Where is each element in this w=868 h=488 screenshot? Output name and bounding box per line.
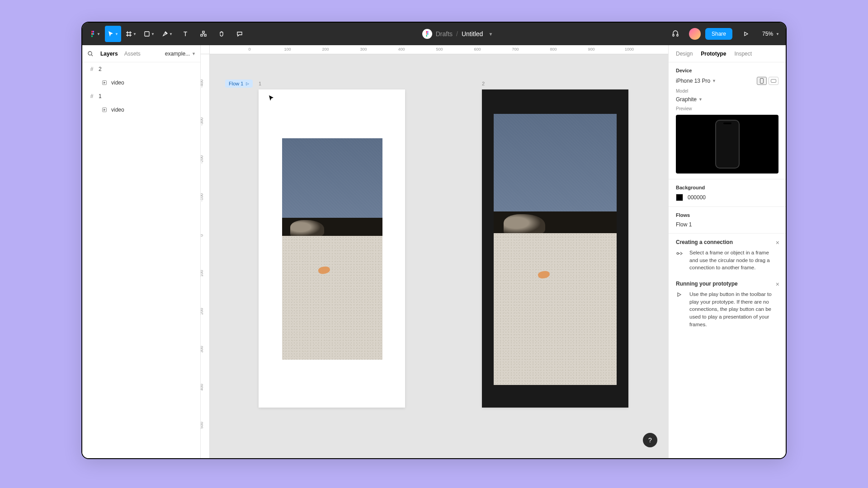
video-thumbnail[interactable] — [282, 138, 382, 360]
move-tool[interactable]: ▼ — [105, 26, 121, 42]
svg-rect-21 — [673, 34, 674, 36]
search-icon[interactable] — [87, 51, 94, 56]
close-icon[interactable]: × — [776, 239, 779, 246]
chevron-down-icon: ▼ — [151, 32, 155, 36]
canvas-area[interactable]: 0 100 200 300 400 500 600 700 800 900 10… — [201, 45, 668, 458]
svg-rect-12 — [201, 34, 203, 36]
flow-start-badge[interactable]: Flow 1 ▷ — [225, 80, 253, 88]
connection-icon — [676, 249, 684, 272]
play-icon: ▷ — [246, 81, 249, 86]
page-selector[interactable]: example... ▼ — [165, 51, 196, 57]
app-window: ▼ ▼ ▼ ▼ ▼ T — [81, 22, 787, 459]
play-icon — [676, 291, 684, 328]
pen-tool[interactable]: ▼ — [159, 26, 175, 42]
svg-rect-0 — [91, 31, 93, 33]
frame-label: 2 — [482, 81, 485, 86]
svg-rect-2 — [91, 33, 93, 35]
tip-title: Running your prototype — [676, 281, 778, 287]
layer-video[interactable]: video — [82, 103, 200, 117]
model-selector[interactable]: Graphite ▼ — [676, 96, 778, 103]
toolbar: ▼ ▼ ▼ ▼ ▼ T — [82, 23, 786, 45]
frame-label: 1 — [259, 81, 261, 86]
present-button[interactable] — [738, 26, 754, 42]
svg-rect-14 — [203, 31, 204, 33]
text-tool[interactable]: T — [177, 26, 193, 42]
frame-2[interactable]: 2 — [482, 89, 628, 408]
svg-rect-18 — [426, 33, 427, 34]
chevron-down-icon: ▼ — [776, 32, 779, 36]
layer-frame[interactable]: # 2 — [82, 62, 200, 76]
user-avatar[interactable] — [689, 28, 701, 40]
resources-tool[interactable] — [195, 26, 212, 42]
comment-tool[interactable] — [231, 26, 248, 42]
chevron-down-icon: ▼ — [712, 79, 716, 83]
right-panel: Design Prototype Inspect Device iPhone 1… — [668, 45, 786, 458]
layer-video[interactable]: video — [82, 76, 200, 89]
figma-logo-icon — [422, 29, 432, 39]
svg-line-24 — [91, 55, 93, 56]
video-icon — [101, 108, 108, 112]
zoom-value: 75% — [762, 31, 773, 37]
preview-label: Preview — [676, 106, 778, 111]
orientation-portrait[interactable] — [757, 77, 767, 85]
device-section-label: Device — [676, 68, 778, 73]
frame-tool[interactable]: ▼ — [123, 26, 139, 42]
zoom-control[interactable]: 75% ▼ — [760, 31, 782, 37]
svg-rect-4 — [91, 35, 93, 37]
ruler-corner — [201, 45, 210, 54]
share-button[interactable]: Share — [705, 28, 732, 40]
flow-item[interactable]: Flow 1 — [676, 221, 778, 228]
chevron-down-icon: ▼ — [97, 32, 100, 36]
tip-title: Creating a connection — [676, 239, 778, 245]
background-hex[interactable]: 000000 — [688, 194, 706, 201]
tip-connection: Creating a connection × Select a frame o… — [669, 234, 786, 275]
assets-tab[interactable]: Assets — [124, 51, 141, 57]
svg-point-27 — [677, 253, 679, 254]
frame-icon: # — [89, 93, 95, 99]
device-selector[interactable]: iPhone 13 Pro ▼ — [676, 78, 716, 84]
tip-body: Select a frame or object in a frame and … — [689, 249, 778, 272]
svg-text:T: T — [184, 31, 188, 37]
layer-frame[interactable]: # 1 — [82, 89, 200, 103]
orientation-landscape[interactable] — [769, 77, 778, 85]
svg-rect-9 — [145, 32, 149, 36]
layers-tab[interactable]: Layers — [100, 51, 118, 57]
svg-rect-1 — [93, 31, 94, 33]
left-panel: Layers Assets example... ▼ # 2 v — [82, 45, 201, 458]
main-menu-button[interactable]: ▼ — [87, 26, 103, 42]
shape-tool[interactable]: ▼ — [141, 26, 157, 42]
svg-rect-13 — [204, 34, 206, 36]
device-preview — [676, 115, 778, 174]
tip-body: Use the play button in the toolbar to pl… — [689, 291, 778, 328]
frame-icon: # — [89, 66, 95, 72]
svg-rect-22 — [677, 34, 678, 36]
svg-point-23 — [88, 52, 92, 55]
file-title[interactable]: Untitled — [462, 30, 483, 38]
frame-1[interactable]: 1 Flow 1 ▷ — [259, 89, 405, 408]
audio-button[interactable] — [667, 26, 684, 42]
phone-preview-icon — [715, 120, 740, 169]
close-icon[interactable]: × — [776, 281, 779, 288]
hand-tool[interactable] — [213, 26, 230, 42]
video-icon — [101, 80, 108, 85]
chevron-down-icon: ▼ — [169, 32, 173, 36]
svg-rect-3 — [93, 33, 94, 35]
svg-point-10 — [165, 33, 166, 33]
help-button[interactable]: ? — [643, 433, 657, 447]
chevron-down-icon[interactable]: ▼ — [488, 32, 493, 37]
model-label: Model — [676, 89, 778, 94]
ruler-horizontal: 0 100 200 300 400 500 600 700 800 900 10… — [210, 45, 668, 54]
chevron-down-icon: ▼ — [698, 97, 703, 102]
flows-label: Flows — [676, 212, 778, 218]
design-tab[interactable]: Design — [676, 51, 693, 57]
video-thumbnail[interactable] — [494, 114, 617, 385]
prototype-tab[interactable]: Prototype — [701, 51, 726, 57]
chevron-down-icon: ▼ — [192, 52, 196, 56]
background-swatch[interactable] — [676, 194, 683, 201]
ruler-vertical: -400 -300 -200 -100 0 100 200 300 400 50… — [201, 54, 210, 458]
breadcrumb-drafts[interactable]: Drafts — [436, 30, 453, 38]
breadcrumb-separator: / — [456, 30, 458, 38]
cursor-icon — [269, 95, 275, 101]
inspect-tab[interactable]: Inspect — [734, 51, 752, 57]
tip-running: Running your prototype × Use the play bu… — [669, 275, 786, 332]
